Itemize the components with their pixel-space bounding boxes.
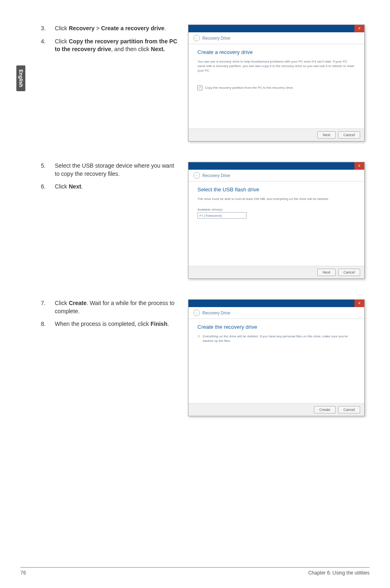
- breadcrumb-label: Recovery Drive: [202, 173, 230, 178]
- step-text: Click Recovery > Create a recovery drive…: [55, 25, 180, 33]
- breadcrumb-label: Recovery Drive: [202, 311, 230, 315]
- back-icon[interactable]: ←: [193, 310, 200, 316]
- warning-text: Everything on the drive will be deleted.…: [203, 334, 355, 343]
- step-num: 3.: [41, 25, 55, 33]
- dialog-title: Create a recovery drive: [197, 49, 355, 55]
- step-4: 4. Click Copy the recovery partition fro…: [41, 38, 180, 54]
- page-footer: 76 Chapter 6: Using the utilities: [20, 567, 370, 576]
- text: Click: [55, 25, 69, 31]
- step-num: 5.: [41, 162, 55, 178]
- step-text: Click Copy the recovery partition from t…: [55, 38, 180, 54]
- step-3: 3. Click Recovery > Create a recovery dr…: [41, 25, 180, 33]
- cancel-button[interactable]: Cancel: [338, 131, 360, 139]
- dialog-para: You can use a recovery drive to help tro…: [197, 59, 355, 73]
- close-icon[interactable]: ×: [354, 300, 364, 307]
- step-7: 7. Click Create. Wait for a while for th…: [41, 299, 180, 315]
- titlebar: ×: [188, 25, 364, 32]
- step-text: Select the USB storage device where you …: [55, 162, 180, 178]
- titlebar: ×: [188, 162, 364, 170]
- dialog-footer: Next Cancel: [188, 128, 364, 141]
- text: Click: [55, 38, 69, 45]
- close-icon[interactable]: ×: [354, 162, 364, 170]
- back-icon[interactable]: ←: [193, 172, 200, 179]
- text: , and then click: [111, 46, 151, 52]
- dialog-create: × ← Recovery Drive Create the recovery d…: [188, 299, 365, 416]
- side-tab-english: English: [16, 65, 25, 91]
- step-num: 8.: [41, 320, 55, 328]
- dialog-title: Create the recovery drive: [197, 324, 355, 330]
- step-num: 4.: [41, 38, 55, 54]
- breadcrumb: ← Recovery Drive: [188, 307, 364, 319]
- step-text: Click Next.: [55, 183, 180, 191]
- dialog-body: Select the USB flash drive The drive mus…: [188, 182, 364, 266]
- text: When the process is completed, click: [55, 321, 150, 327]
- dialog-footer: Next Cancel: [188, 266, 364, 278]
- step-8: 8. When the process is completed, click …: [41, 320, 180, 328]
- text: Click: [55, 183, 69, 190]
- dialog-para: The drive must be able to hold at least …: [197, 197, 355, 201]
- create-button[interactable]: Create: [314, 406, 336, 413]
- cancel-button[interactable]: Cancel: [338, 406, 360, 413]
- breadcrumb-label: Recovery Drive: [202, 36, 230, 40]
- checkbox-label: Copy the recovery partition from the PC …: [205, 86, 294, 90]
- next-button[interactable]: Next: [317, 269, 336, 276]
- warning-row: ⚠ Everything on the drive will be delete…: [197, 334, 355, 343]
- step-text: When the process is completed, click Fin…: [55, 320, 180, 328]
- cancel-button[interactable]: Cancel: [338, 269, 360, 276]
- close-icon[interactable]: ×: [354, 25, 364, 32]
- bold: Finish: [150, 321, 167, 327]
- instructions-3: 7. Click Create. Wait for a while for th…: [41, 299, 180, 333]
- text: >: [94, 25, 101, 31]
- text: .: [164, 25, 166, 31]
- breadcrumb: ← Recovery Drive: [188, 32, 364, 44]
- dialog-title: Select the USB flash drive: [197, 186, 355, 193]
- section-2: 5. Select the USB storage device where y…: [20, 162, 370, 279]
- text: .: [81, 183, 83, 190]
- step-6: 6. Click Next.: [41, 183, 180, 191]
- checkbox-icon[interactable]: ✓: [197, 85, 202, 90]
- instructions-2: 5. Select the USB storage device where y…: [41, 162, 180, 196]
- bold: Create a recovery drive: [101, 25, 164, 31]
- dialog-select-usb: × ← Recovery Drive Select the USB flash …: [188, 162, 365, 279]
- dialog-body: Create the recovery drive ⚠ Everything o…: [188, 319, 364, 403]
- back-icon[interactable]: ←: [193, 35, 200, 41]
- dialog-body: Create a recovery drive You can use a re…: [188, 44, 364, 128]
- next-button[interactable]: Next: [317, 131, 336, 139]
- text: Click: [55, 300, 69, 306]
- bold: Create: [69, 300, 87, 306]
- chapter-title: Chapter 6: Using the utilities: [308, 570, 370, 576]
- dialog-create-recovery: × ← Recovery Drive Create a recovery dri…: [188, 25, 365, 141]
- drive-item[interactable]: F:\ (Transcend): [197, 212, 247, 219]
- titlebar: ×: [188, 300, 364, 307]
- instructions-1: 3. Click Recovery > Create a recovery dr…: [41, 25, 180, 58]
- bold: Next.: [151, 46, 165, 52]
- available-drives-label: Available drive(s): [197, 208, 355, 211]
- step-text: Click Create. Wait for a while for the p…: [55, 299, 180, 315]
- copy-partition-checkbox[interactable]: ✓ Copy the recovery partition from the P…: [197, 85, 355, 90]
- section-3: 7. Click Create. Wait for a while for th…: [20, 299, 370, 416]
- warning-icon: ⚠: [197, 334, 200, 343]
- breadcrumb: ← Recovery Drive: [188, 170, 364, 182]
- step-5: 5. Select the USB storage device where y…: [41, 162, 180, 178]
- page-number: 76: [20, 570, 26, 576]
- bold: Next: [69, 183, 81, 190]
- section-1: 3. Click Recovery > Create a recovery dr…: [20, 25, 370, 141]
- text: .: [167, 321, 169, 327]
- dialog-footer: Create Cancel: [188, 403, 364, 416]
- bold: Recovery: [69, 25, 94, 31]
- step-num: 6.: [41, 183, 55, 191]
- step-num: 7.: [41, 299, 55, 315]
